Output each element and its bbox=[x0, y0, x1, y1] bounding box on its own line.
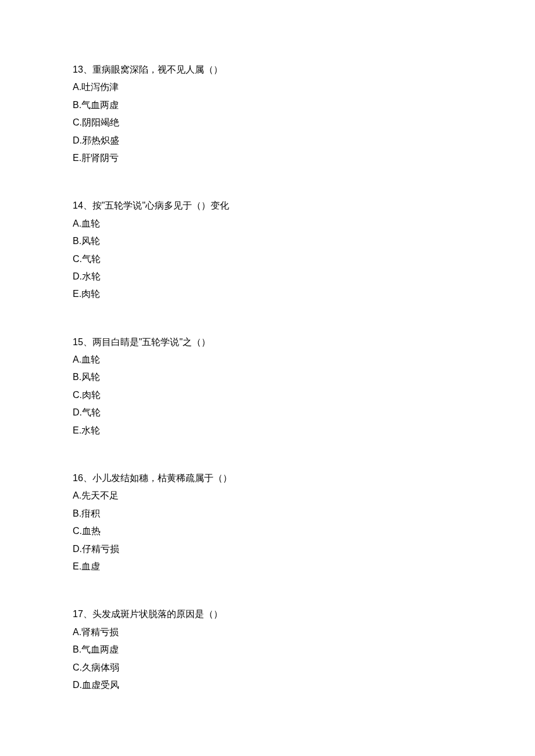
question-text: 13、重病眼窝深陷，视不见人属（） bbox=[73, 61, 535, 78]
question-text: 17、头发成斑片状脱落的原因是（） bbox=[73, 605, 535, 623]
option-letter: B bbox=[73, 236, 79, 246]
option-letter: A bbox=[73, 354, 79, 364]
option-line: A.肾精亏损 bbox=[73, 624, 535, 641]
question-block: 17、头发成斑片状脱落的原因是（） A.肾精亏损 B.气血两虚 C.久病体弱 D… bbox=[73, 605, 535, 694]
option-letter: C bbox=[73, 662, 80, 672]
option-text: 疳积 bbox=[81, 508, 100, 518]
option-line: D.邪热炽盛 bbox=[73, 132, 535, 149]
option-text: 肉轮 bbox=[82, 390, 101, 400]
question-text: 15、两目白睛是"五轮学说"之（） bbox=[73, 334, 535, 351]
option-text: 吐泻伤津 bbox=[81, 82, 119, 92]
question-number: 14 bbox=[73, 200, 83, 210]
option-letter: A bbox=[73, 490, 79, 500]
option-text: 邪热炽盛 bbox=[82, 135, 119, 145]
question-text: 14、按"五轮学说"心病多见于（）变化 bbox=[73, 197, 535, 214]
option-text: 久病体弱 bbox=[82, 662, 119, 672]
option-text: 阴阳竭绝 bbox=[82, 117, 119, 127]
option-text: 血热 bbox=[82, 526, 101, 536]
option-letter: E bbox=[73, 153, 79, 163]
option-text: 仔精亏损 bbox=[82, 544, 119, 554]
option-line: B.气血两虚 bbox=[73, 641, 535, 658]
option-text: 血虚 bbox=[81, 561, 100, 571]
option-letter: C bbox=[73, 390, 80, 400]
question-number: 13 bbox=[73, 65, 83, 74]
option-line: A.血轮 bbox=[73, 215, 535, 232]
option-letter: E bbox=[73, 289, 79, 299]
option-letter: D bbox=[73, 407, 80, 417]
option-line: B.疳积 bbox=[73, 505, 535, 522]
question-block: 14、按"五轮学说"心病多见于（）变化 A.血轮 B.风轮 C.气轮 D.水轮 … bbox=[73, 197, 535, 303]
option-line: E.肉轮 bbox=[73, 285, 535, 303]
question-block: 15、两目白睛是"五轮学说"之（） A.血轮 B.风轮 C.肉轮 D.气轮 E.… bbox=[73, 334, 535, 439]
option-text: 血虚受风 bbox=[82, 680, 119, 690]
option-line: A.吐泻伤津 bbox=[73, 78, 535, 96]
option-line: E.血虚 bbox=[73, 558, 535, 575]
option-line: D.仔精亏损 bbox=[73, 540, 535, 558]
option-line: E.肝肾阴亏 bbox=[73, 149, 535, 167]
option-letter: E bbox=[73, 561, 79, 571]
option-letter: D bbox=[73, 135, 80, 145]
option-line: C.久病体弱 bbox=[73, 659, 535, 676]
option-text: 肉轮 bbox=[81, 289, 100, 299]
option-line: C.阴阳竭绝 bbox=[73, 114, 535, 131]
option-line: A.血轮 bbox=[73, 351, 535, 368]
page-container: 13、重病眼窝深陷，视不见人属（） A.吐泻伤津 B.气血两虚 C.阴阳竭绝 D… bbox=[0, 0, 535, 756]
option-letter: C bbox=[73, 117, 80, 127]
option-letter: B bbox=[73, 644, 79, 654]
question-number: 17 bbox=[73, 609, 83, 619]
option-letter: B bbox=[73, 100, 79, 110]
option-text: 先天不足 bbox=[81, 490, 119, 500]
option-text: 气血两虚 bbox=[81, 100, 119, 110]
question-stem: 小儿发结如穗，枯黄稀疏属于（） bbox=[92, 473, 232, 483]
option-text: 气轮 bbox=[82, 407, 101, 417]
option-text: 血轮 bbox=[81, 218, 100, 228]
option-letter: C bbox=[73, 526, 80, 536]
question-number: 16 bbox=[73, 473, 83, 483]
option-letter: B bbox=[73, 508, 79, 518]
option-text: 肾精亏损 bbox=[81, 627, 119, 637]
option-line: C.血热 bbox=[73, 522, 535, 540]
option-text: 水轮 bbox=[81, 425, 100, 435]
option-letter: C bbox=[73, 254, 80, 264]
option-letter: B bbox=[73, 372, 79, 382]
option-letter: E bbox=[73, 425, 79, 435]
option-line: B.风轮 bbox=[73, 368, 535, 386]
option-letter: A bbox=[73, 627, 79, 637]
question-number: 15 bbox=[73, 337, 83, 347]
option-line: A.先天不足 bbox=[73, 487, 535, 504]
option-line: B.气血两虚 bbox=[73, 96, 535, 114]
option-text: 血轮 bbox=[81, 354, 100, 364]
question-stem: 头发成斑片状脱落的原因是（） bbox=[92, 609, 223, 619]
option-text: 气轮 bbox=[82, 254, 101, 264]
option-text: 水轮 bbox=[82, 271, 101, 281]
option-line: D.水轮 bbox=[73, 268, 535, 285]
question-block: 16、小儿发结如穗，枯黄稀疏属于（） A.先天不足 B.疳积 C.血热 D.仔精… bbox=[73, 470, 535, 575]
option-letter: D bbox=[73, 680, 80, 690]
option-text: 风轮 bbox=[81, 236, 100, 246]
option-letter: D bbox=[73, 544, 80, 554]
option-letter: A bbox=[73, 218, 79, 228]
option-letter: D bbox=[73, 271, 80, 281]
option-line: C.气轮 bbox=[73, 250, 535, 268]
option-line: B.风轮 bbox=[73, 232, 535, 250]
option-line: C.肉轮 bbox=[73, 386, 535, 404]
option-text: 肝肾阴亏 bbox=[81, 153, 119, 163]
question-text: 16、小儿发结如穗，枯黄稀疏属于（） bbox=[73, 470, 535, 487]
question-stem: 重病眼窝深陷，视不见人属（） bbox=[92, 65, 223, 74]
question-stem: 按"五轮学说"心病多见于（）变化 bbox=[92, 200, 229, 210]
question-block: 13、重病眼窝深陷，视不见人属（） A.吐泻伤津 B.气血两虚 C.阴阳竭绝 D… bbox=[73, 61, 535, 167]
option-letter: A bbox=[73, 82, 79, 92]
option-line: D.血虚受风 bbox=[73, 676, 535, 694]
option-line: D.气轮 bbox=[73, 404, 535, 421]
question-stem: 两目白睛是"五轮学说"之（） bbox=[92, 337, 211, 347]
option-line: E.水轮 bbox=[73, 422, 535, 439]
option-text: 风轮 bbox=[81, 372, 100, 382]
option-text: 气血两虚 bbox=[81, 644, 119, 654]
